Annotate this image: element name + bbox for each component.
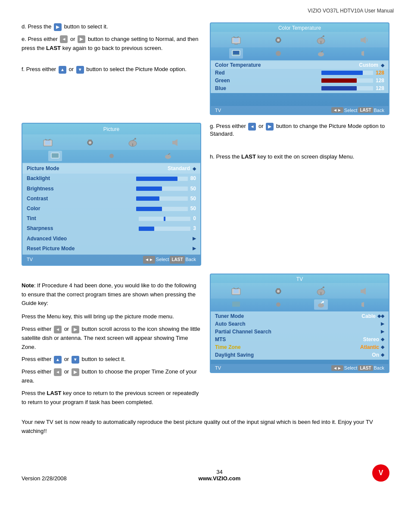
menu-icons-row1: [211, 32, 389, 47]
tv-menu-container: TV: [210, 274, 389, 373]
note-p2: Press either ◄ or ▶ button scroll across…: [22, 325, 201, 352]
svg-marker-14: [363, 37, 366, 44]
svg-rect-32: [172, 141, 174, 144]
up-btn-f: ▲: [59, 66, 66, 74]
footer-center: 34 www.VIZIO.com: [199, 469, 241, 482]
svg-point-53: [318, 303, 324, 308]
tv-menu: TV: [210, 274, 389, 373]
svg-rect-22: [45, 140, 50, 145]
row-contrast: Contrast 50: [22, 194, 200, 204]
picture-icons-row1: [22, 134, 200, 150]
note-p3: Press either ▲ or ▼ button to select it.: [22, 355, 201, 364]
page-number: 34: [199, 469, 241, 475]
page-header: VIZIO VO37L HDTV10A User Manual: [0, 0, 411, 18]
p-icon-camera: [82, 136, 98, 149]
svg-rect-39: [234, 289, 239, 293]
svg-marker-33: [174, 139, 177, 146]
note-p5: Press the LAST key once to return to the…: [22, 389, 201, 407]
icon-sm-4: [356, 48, 370, 59]
svg-rect-16: [233, 51, 239, 54]
svg-point-55: [322, 301, 324, 303]
p-icon-sel-1: [48, 151, 62, 161]
note-text-col: Note: If Procedure 4 had been done, you …: [22, 274, 201, 411]
row-tuner-mode: Tuner Mode Cable ◆◆: [211, 312, 389, 320]
footer-right-pic: ◄► Select LAST Back: [143, 256, 196, 264]
note-section: Note: If Procedure 4 had been done, you …: [22, 274, 389, 411]
footer-url: www.VIZIO.com: [199, 475, 241, 482]
tv-rows: Tuner Mode Cable ◆◆ Auto Search ▶ Partia…: [211, 311, 389, 360]
picture-footer: TV ◄► Select LAST Back: [22, 255, 200, 265]
step-h: h. Press the LAST key to exit the on scr…: [210, 153, 389, 160]
step-f: f. Press either ▲ or ▼ button to select …: [22, 65, 201, 74]
svg-point-17: [276, 51, 281, 56]
left2-btn-note: ◄: [54, 368, 62, 376]
row-mts: MTS Stereo ◆: [211, 336, 389, 343]
row-partial-channel: Partial Channel Search ▶: [211, 328, 389, 336]
row-reset-picture: Reset Picture Mode ▶: [22, 244, 200, 254]
row-red: Red 128: [211, 69, 389, 77]
icon-dish: [313, 34, 329, 47]
closing-text: Your new TV set is now ready to automati…: [22, 418, 389, 436]
manual-title: VIZIO VO37L HDTV10A User Manual: [308, 8, 394, 14]
menu-icons-row2: [211, 47, 389, 60]
svg-line-19: [321, 51, 323, 52]
row-green: Green 128: [211, 77, 389, 84]
row-blue: Blue 128: [211, 84, 389, 92]
p-icon-tv: [40, 136, 56, 149]
version-label: Version 2/28/2008: [22, 475, 67, 482]
icon-camera: [271, 34, 286, 47]
svg-rect-1: [234, 38, 239, 42]
svg-marker-56: [361, 302, 364, 307]
row-time-zone: Time Zone Atlantic ◆: [211, 343, 389, 351]
row-color: Color 50: [22, 204, 200, 214]
tv2-icon-sm-3-sel: [314, 299, 328, 310]
main-content: d. Press the ▶ button to select it. e. P…: [0, 18, 411, 447]
step-g: g. Press either ◄ or ▶ button to change …: [210, 123, 389, 137]
tv2-icon-dish: [313, 285, 329, 298]
svg-rect-8: [277, 37, 280, 38]
tv-menu-title: TV: [211, 274, 389, 283]
svg-point-18: [318, 52, 324, 56]
svg-point-47: [323, 286, 324, 288]
footer-version: Version 2/28/2008: [22, 475, 67, 482]
row-auto-search: Auto Search ▶: [211, 320, 389, 328]
svg-point-7: [277, 39, 280, 41]
svg-point-11: [323, 35, 324, 37]
row-tint: Tint 0: [22, 214, 200, 224]
color-temp-title: Color Temperature: [211, 23, 389, 32]
tv-icons-row2: [211, 299, 389, 311]
step-d: d. Press the ▶ button to select it.: [22, 22, 201, 31]
icon-speaker: [355, 34, 371, 47]
p-icon-speaker: [167, 136, 183, 149]
row-sharpness: Sharpness 3: [22, 224, 200, 233]
svg-rect-44: [277, 288, 280, 289]
color-temp-menu: Color Temperature: [210, 22, 389, 115]
color-temp-footer: TV ◄► Select LAST Back: [211, 106, 389, 114]
vizio-logo: V: [372, 464, 389, 482]
tv2-icon-camera: [271, 285, 286, 298]
row-backlight: Backlight 80: [22, 174, 200, 184]
right2-btn-note: ▶: [72, 368, 79, 376]
section-def: d. Press the ▶ button to select it. e. P…: [22, 22, 389, 115]
svg-point-26: [89, 141, 91, 144]
left-btn-e: ◄: [60, 35, 68, 43]
row-daylight-saving: Daylight Saving On ◆: [211, 351, 389, 359]
row-brightness: Brightness 50: [22, 184, 200, 194]
select-btn-icon-d: ▶: [54, 23, 62, 31]
svg-point-36: [165, 155, 171, 159]
p-icon-sm-3: [161, 151, 175, 161]
row-color-temp: Color Temperature Custom ◆: [211, 61, 389, 69]
svg-rect-51: [232, 302, 240, 307]
tv-icons-row1: [211, 283, 389, 299]
page-footer: Version 2/28/2008 34 www.VIZIO.com V: [0, 456, 411, 490]
picture-title: Picture: [22, 124, 200, 134]
steps-gh: g. Press either ◄ or ▶ button to change …: [210, 123, 389, 163]
row-advanced-video: Advanced Video ▶: [22, 234, 200, 244]
svg-marker-50: [363, 288, 366, 295]
left-btn-note: ◄: [54, 326, 62, 333]
color-temp-rows: Color Temperature Custom ◆ Red 128: [211, 60, 389, 93]
note-p1: Press the Menu key, this will bring up t…: [22, 312, 201, 321]
picture-menu-container: Picture: [22, 123, 201, 266]
section-g: Picture: [22, 123, 389, 266]
tv2-icon-sm-4: [356, 299, 370, 310]
